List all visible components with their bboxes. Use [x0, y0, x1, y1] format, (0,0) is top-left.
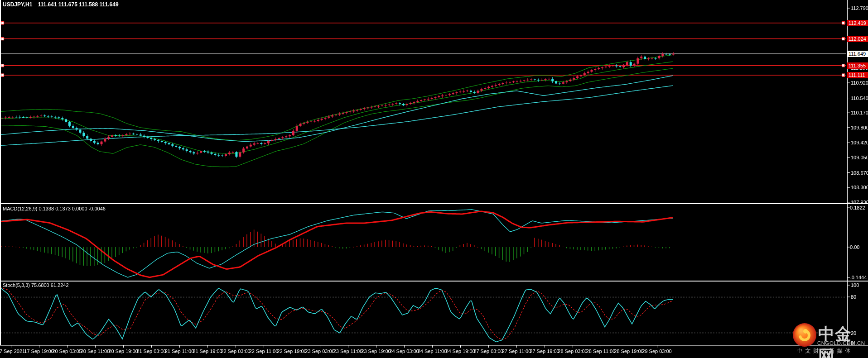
trading-chart-window: USDJPY,H1111.641 111.675 111.588 111.649…	[0, 0, 868, 358]
chart-canvas[interactable]	[0, 0, 868, 358]
